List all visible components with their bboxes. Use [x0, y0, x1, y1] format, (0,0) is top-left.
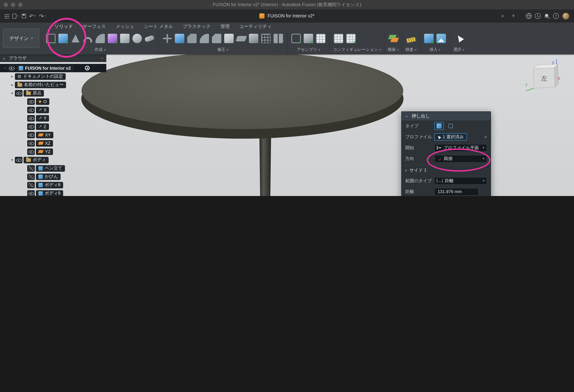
type-solid-extrude-button[interactable] — [434, 122, 444, 130]
tree-item-pill[interactable]: ボディ8 — [36, 182, 63, 188]
tool-loft-button[interactable] — [95, 31, 105, 46]
tree-item-pill[interactable]: ボディ — [23, 157, 49, 163]
menu-tab-メッシュ[interactable]: メッシュ — [116, 23, 134, 30]
menu-tab-ソリッド[interactable]: ソリッド — [54, 23, 73, 30]
tool-offset-face-button[interactable] — [186, 31, 197, 46]
visibility-toggle[interactable] — [27, 115, 35, 122]
browser-item-名前の付いたビュー[interactable]: ▸名前の付いたビュー — [0, 81, 106, 89]
tree-caret-icon[interactable]: ▸ — [9, 74, 15, 78]
tool-move-button[interactable] — [162, 31, 173, 46]
tree-item-pill[interactable]: XZ — [36, 140, 53, 146]
tool-pattern-button[interactable] — [261, 31, 271, 46]
tool-group-label[interactable]: 検査▾ — [406, 47, 416, 52]
tree-caret-icon[interactable]: ▾ — [9, 158, 15, 162]
tree-caret-icon[interactable]: ▸ — [9, 83, 15, 87]
tool-group-label[interactable]: コンフィギュレーション▾ — [333, 47, 381, 52]
menu-tab-プラスチック[interactable]: プラスチック — [183, 23, 211, 30]
browser-item-ボディ9[interactable]: ボディ9 — [0, 189, 106, 196]
browser-item-O[interactable]: O — [0, 97, 106, 106]
tool-insert-image-button[interactable] — [436, 31, 447, 46]
tool-bom-button[interactable] — [315, 31, 326, 46]
table-top[interactable] — [82, 52, 403, 129]
browser-item-かびん[interactable]: かびん — [0, 172, 106, 181]
tool-draft-button[interactable] — [236, 31, 247, 46]
tool-revolve-button[interactable] — [70, 31, 81, 46]
tree-item-pill[interactable]: X — [36, 106, 49, 113]
visibility-toggle[interactable] — [8, 65, 15, 71]
type-thin-extrude-button[interactable] — [446, 122, 455, 130]
visibility-toggle[interactable] — [27, 132, 35, 138]
visibility-toggle[interactable] — [27, 173, 35, 180]
visibility-toggle[interactable] — [27, 123, 35, 130]
visibility-toggle[interactable] — [27, 140, 35, 146]
visibility-toggle[interactable] — [27, 165, 35, 171]
browser-item-XY[interactable]: XY — [0, 131, 106, 139]
tool-shell-button[interactable] — [224, 31, 234, 46]
tree-item-pill[interactable]: ボディ9 — [36, 190, 63, 196]
visibility-toggle[interactable] — [15, 157, 22, 163]
redo-button[interactable]: ↷▾ — [39, 13, 45, 19]
tree-item-pill[interactable]: ペン立て — [36, 165, 65, 171]
visibility-toggle[interactable] — [27, 182, 35, 188]
tool-configuration-insert-button[interactable]: + — [346, 31, 356, 46]
browser-item-ボディ[interactable]: ▾ボディ — [0, 156, 106, 164]
menu-tab-シート メタル[interactable]: シート メタル — [144, 23, 173, 30]
tool-create-form-button[interactable]: + — [107, 31, 118, 46]
browser-item-YZ[interactable]: YZ — [0, 147, 106, 156]
tool-extrude-button[interactable]: + — [58, 31, 69, 46]
tool-construction-plane-button[interactable] — [388, 31, 399, 46]
document-tab[interactable]: FUISON for Interior v2* — [0, 13, 574, 19]
tree-item-pill[interactable]: Z — [36, 123, 49, 130]
notifications-button[interactable] — [544, 13, 550, 19]
user-avatar[interactable] — [562, 12, 570, 20]
tool-joint-button[interactable]: + — [303, 31, 314, 46]
dialog-collapse-button[interactable]: − — [405, 113, 408, 119]
workspace-selector[interactable]: デザイン ▾ — [3, 29, 39, 48]
tool-create-sketch-button[interactable]: + — [45, 31, 56, 46]
save-button[interactable] — [21, 14, 26, 18]
tree-item-pill[interactable]: XY — [36, 132, 53, 138]
tab-close-button[interactable]: × — [499, 13, 506, 19]
tool-mirror-button[interactable] — [273, 31, 284, 46]
file-menu-button[interactable]: ▾ — [12, 14, 18, 18]
tool-group-label[interactable]: 作成▾ — [45, 47, 155, 52]
menu-tab-サーフェス[interactable]: サーフェス — [83, 23, 106, 30]
browser-item-ボディ8[interactable]: ボディ8 — [0, 181, 106, 189]
tool-insert-canvas-button[interactable]: + — [423, 31, 434, 46]
visibility-toggle[interactable] — [15, 90, 22, 96]
direction-dropdown[interactable]: ↔ 両側 ▾ — [434, 155, 487, 163]
tree-item-pill[interactable]: ドキュメントの設定 — [15, 73, 65, 80]
tree-caret-icon[interactable]: ▾ — [9, 91, 15, 95]
start-dropdown[interactable]: プロファイル平面 ▾ — [434, 144, 487, 151]
visibility-toggle[interactable] — [27, 106, 35, 113]
tool-sweep-button[interactable] — [82, 31, 93, 46]
browser-item-XZ[interactable]: XZ — [0, 139, 106, 147]
tool-measure-button[interactable] — [406, 31, 416, 46]
tool-box-primitive-button[interactable] — [119, 31, 130, 46]
browser-item-Z[interactable]: Z — [0, 122, 106, 131]
menu-tab-ユーティリティ[interactable]: ユーティリティ — [239, 23, 272, 30]
job-status-button[interactable] — [535, 13, 541, 19]
tree-item-pill[interactable]: YZ — [36, 148, 53, 155]
tree-item-pill[interactable]: 原点 — [23, 90, 44, 96]
browser-item-X[interactable]: X — [0, 106, 106, 114]
help-button[interactable]: ? — [553, 13, 559, 19]
tool-group-label[interactable]: 選択▾ — [453, 47, 464, 52]
tool-split-body-button[interactable] — [248, 31, 259, 46]
visibility-toggle[interactable] — [27, 98, 35, 105]
tool-group-label[interactable]: 構築▾ — [388, 47, 399, 52]
tool-select-button[interactable] — [453, 31, 464, 46]
activate-component-radio[interactable] — [85, 66, 90, 70]
tool-group-label[interactable]: 修正▾ — [162, 47, 284, 52]
browser-item-原点[interactable]: ▾原点 — [0, 89, 106, 97]
tree-item-pill[interactable]: FUISON for Interior v2 — [16, 65, 73, 71]
browser-header[interactable]: « ブラウザ − — [0, 54, 106, 62]
tree-item-pill[interactable]: Y — [36, 115, 49, 122]
tool-fillet-button[interactable] — [199, 31, 210, 46]
visibility-toggle[interactable] — [27, 190, 35, 196]
view-cube-side[interactable] — [554, 64, 558, 87]
app-grid-menu-button[interactable] — [4, 14, 9, 18]
side1-distance-input[interactable]: 131.976 mm — [434, 188, 479, 195]
undo-button[interactable]: ↶▾ — [29, 13, 36, 19]
tool-insert-component-button[interactable]: + — [291, 31, 302, 46]
